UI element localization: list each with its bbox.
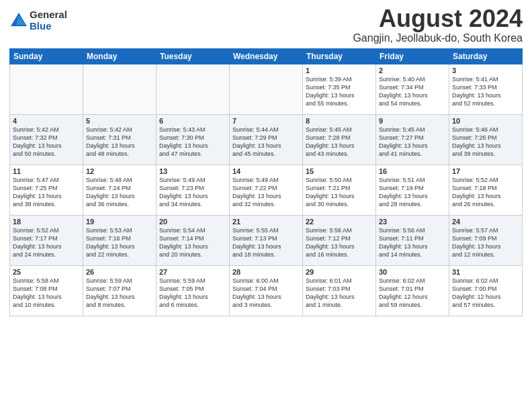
day-number: 11 (13, 167, 80, 175)
logo: General Blue (9, 9, 67, 32)
week-row-4: 18Sunrise: 5:52 AMSunset: 7:17 PMDayligh… (10, 216, 523, 266)
table-cell: 9Sunrise: 5:45 AMSunset: 7:27 PMDaylight… (376, 115, 449, 165)
day-number: 21 (232, 218, 300, 226)
day-number: 9 (379, 117, 446, 125)
table-cell: 25Sunrise: 5:58 AMSunset: 7:08 PMDayligh… (10, 266, 83, 316)
table-cell (83, 64, 157, 115)
day-info: Sunrise: 5:58 AMSunset: 7:08 PMDaylight:… (13, 277, 80, 310)
day-info: Sunrise: 5:48 AMSunset: 7:24 PMDaylight:… (86, 176, 153, 209)
week-row-1: 1Sunrise: 5:39 AMSunset: 7:35 PMDaylight… (10, 64, 523, 115)
table-cell: 29Sunrise: 6:01 AMSunset: 7:03 PMDayligh… (303, 266, 376, 316)
table-cell: 20Sunrise: 5:54 AMSunset: 7:14 PMDayligh… (157, 216, 230, 266)
week-row-3: 11Sunrise: 5:47 AMSunset: 7:25 PMDayligh… (10, 165, 523, 216)
col-monday: Monday (83, 49, 157, 64)
table-cell: 19Sunrise: 5:53 AMSunset: 7:16 PMDayligh… (83, 216, 157, 266)
calendar-title: August 2024 (353, 7, 523, 31)
title-area: August 2024 Gangjin, Jeollabuk-do, South… (353, 7, 523, 44)
logo-blue: Blue (30, 21, 67, 32)
day-number: 10 (452, 117, 519, 125)
logo-general: General (30, 9, 67, 21)
day-info: Sunrise: 6:02 AMSunset: 7:01 PMDaylight:… (379, 277, 446, 310)
day-number: 28 (232, 268, 300, 276)
day-info: Sunrise: 5:59 AMSunset: 7:07 PMDaylight:… (86, 277, 153, 310)
day-number: 1 (306, 66, 373, 75)
table-cell: 12Sunrise: 5:48 AMSunset: 7:24 PMDayligh… (83, 165, 157, 216)
week-row-5: 25Sunrise: 5:58 AMSunset: 7:08 PMDayligh… (10, 266, 523, 316)
col-friday: Friday (376, 49, 449, 64)
col-wednesday: Wednesday (230, 49, 303, 64)
day-info: Sunrise: 6:02 AMSunset: 7:00 PMDaylight:… (452, 277, 519, 310)
day-info: Sunrise: 5:49 AMSunset: 7:22 PMDaylight:… (232, 176, 300, 209)
day-number: 26 (86, 268, 153, 276)
table-cell: 28Sunrise: 6:00 AMSunset: 7:04 PMDayligh… (230, 266, 303, 316)
col-tuesday: Tuesday (157, 49, 230, 64)
day-info: Sunrise: 6:01 AMSunset: 7:03 PMDaylight:… (306, 277, 373, 310)
day-number: 23 (379, 218, 446, 226)
table-cell: 6Sunrise: 5:43 AMSunset: 7:30 PMDaylight… (157, 115, 230, 165)
table-cell: 4Sunrise: 5:42 AMSunset: 7:32 PMDaylight… (10, 115, 83, 165)
day-info: Sunrise: 5:56 AMSunset: 7:12 PMDaylight:… (306, 226, 373, 259)
header: General Blue August 2024 Gangjin, Jeolla… (9, 7, 523, 44)
day-info: Sunrise: 5:42 AMSunset: 7:32 PMDaylight:… (13, 126, 80, 158)
day-number: 18 (13, 218, 80, 226)
day-info: Sunrise: 5:56 AMSunset: 7:11 PMDaylight:… (379, 226, 446, 259)
col-sunday: Sunday (10, 49, 83, 64)
day-info: Sunrise: 5:39 AMSunset: 7:35 PMDaylight:… (306, 75, 373, 108)
table-cell: 13Sunrise: 5:49 AMSunset: 7:23 PMDayligh… (157, 165, 230, 216)
day-number: 24 (452, 218, 519, 226)
day-number: 8 (306, 117, 373, 125)
table-cell: 17Sunrise: 5:52 AMSunset: 7:18 PMDayligh… (449, 165, 523, 216)
table-cell (230, 64, 303, 115)
table-cell: 5Sunrise: 5:42 AMSunset: 7:31 PMDaylight… (83, 115, 157, 165)
day-number: 3 (452, 66, 519, 75)
day-info: Sunrise: 5:54 AMSunset: 7:14 PMDaylight:… (159, 226, 226, 259)
table-cell (10, 64, 83, 115)
calendar-subtitle: Gangjin, Jeollabuk-do, South Korea (353, 32, 523, 44)
table-cell: 18Sunrise: 5:52 AMSunset: 7:17 PMDayligh… (10, 216, 83, 266)
table-cell: 1Sunrise: 5:39 AMSunset: 7:35 PMDaylight… (303, 64, 376, 115)
table-cell: 22Sunrise: 5:56 AMSunset: 7:12 PMDayligh… (303, 216, 376, 266)
table-cell: 15Sunrise: 5:50 AMSunset: 7:21 PMDayligh… (303, 165, 376, 216)
day-number: 5 (86, 117, 153, 125)
table-cell: 3Sunrise: 5:41 AMSunset: 7:33 PMDaylight… (449, 64, 523, 115)
day-info: Sunrise: 5:42 AMSunset: 7:31 PMDaylight:… (86, 126, 153, 158)
day-number: 14 (232, 167, 300, 175)
table-cell: 31Sunrise: 6:02 AMSunset: 7:00 PMDayligh… (449, 266, 523, 316)
day-info: Sunrise: 5:59 AMSunset: 7:05 PMDaylight:… (159, 277, 226, 310)
table-cell: 14Sunrise: 5:49 AMSunset: 7:22 PMDayligh… (230, 165, 303, 216)
day-number: 19 (86, 218, 153, 226)
table-cell: 30Sunrise: 6:02 AMSunset: 7:01 PMDayligh… (376, 266, 449, 316)
header-row: Sunday Monday Tuesday Wednesday Thursday… (10, 49, 523, 64)
day-number: 13 (159, 167, 226, 175)
table-cell: 27Sunrise: 5:59 AMSunset: 7:05 PMDayligh… (157, 266, 230, 316)
day-number: 29 (306, 268, 373, 276)
day-number: 25 (13, 268, 80, 276)
day-number: 27 (159, 268, 226, 276)
day-info: Sunrise: 5:55 AMSunset: 7:13 PMDaylight:… (232, 226, 300, 259)
day-info: Sunrise: 5:53 AMSunset: 7:16 PMDaylight:… (86, 226, 153, 259)
day-number: 17 (452, 167, 519, 175)
logo-icon (9, 11, 28, 30)
table-cell: 24Sunrise: 5:57 AMSunset: 7:09 PMDayligh… (449, 216, 523, 266)
day-info: Sunrise: 5:52 AMSunset: 7:17 PMDaylight:… (13, 226, 80, 259)
day-info: Sunrise: 5:46 AMSunset: 7:26 PMDaylight:… (452, 126, 519, 158)
day-info: Sunrise: 5:52 AMSunset: 7:18 PMDaylight:… (452, 176, 519, 209)
day-number: 31 (452, 268, 519, 276)
col-thursday: Thursday (303, 49, 376, 64)
calendar-table: Sunday Monday Tuesday Wednesday Thursday… (9, 48, 523, 316)
day-number: 6 (159, 117, 226, 125)
logo-text: General Blue (30, 9, 67, 32)
table-cell: 8Sunrise: 5:45 AMSunset: 7:28 PMDaylight… (303, 115, 376, 165)
table-cell: 10Sunrise: 5:46 AMSunset: 7:26 PMDayligh… (449, 115, 523, 165)
day-info: Sunrise: 5:49 AMSunset: 7:23 PMDaylight:… (159, 176, 226, 209)
day-number: 4 (13, 117, 80, 125)
day-number: 12 (86, 167, 153, 175)
table-cell: 2Sunrise: 5:40 AMSunset: 7:34 PMDaylight… (376, 64, 449, 115)
table-cell: 7Sunrise: 5:44 AMSunset: 7:29 PMDaylight… (230, 115, 303, 165)
day-number: 16 (379, 167, 446, 175)
day-info: Sunrise: 5:43 AMSunset: 7:30 PMDaylight:… (159, 126, 226, 158)
page: General Blue August 2024 Gangjin, Jeolla… (0, 0, 532, 411)
day-info: Sunrise: 5:50 AMSunset: 7:21 PMDaylight:… (306, 176, 373, 209)
day-number: 7 (232, 117, 300, 125)
day-info: Sunrise: 5:57 AMSunset: 7:09 PMDaylight:… (452, 226, 519, 259)
